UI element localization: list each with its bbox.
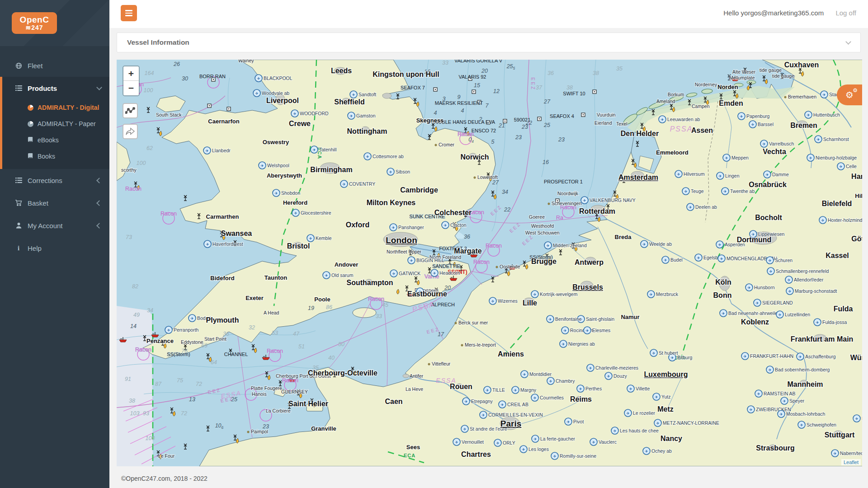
zoom-in-button[interactable]: +	[123, 66, 139, 81]
menu-toggle-button[interactable]	[121, 5, 137, 21]
svg-text:Cherbourg-Octeville: Cherbourg-Octeville	[308, 369, 377, 377]
svg-text:23: 23	[515, 134, 522, 141]
svg-text:Amiens: Amiens	[498, 350, 524, 358]
svg-text:19: 19	[308, 305, 314, 311]
svg-text:Wizernes: Wizernes	[498, 298, 518, 304]
svg-text:Old sarum: Old sarum	[331, 272, 354, 278]
svg-text:Bristol: Bristol	[287, 242, 310, 250]
svg-text:4: 4	[461, 108, 464, 114]
svg-text:Plymouth: Plymouth	[206, 316, 239, 324]
svg-text:87: 87	[155, 381, 162, 387]
sidebar-item-corrections[interactable]: Corrections	[0, 169, 109, 192]
svg-text:Hildesheim: Hildesheim	[855, 192, 862, 199]
svg-text:Liverpool: Liverpool	[266, 97, 299, 104]
svg-text:Hilversum: Hilversum	[684, 171, 705, 177]
svg-text:82: 82	[132, 283, 138, 290]
svg-text:50: 50	[338, 341, 344, 347]
sidebar-item-my-account[interactable]: My Account	[0, 214, 109, 237]
svg-text:Clacton: Clacton	[450, 222, 467, 228]
svg-text:Mellumplate: Mellumplate	[729, 75, 755, 80]
chevron-left-icon	[96, 200, 102, 206]
sidebar-item-help[interactable]: i Help	[0, 237, 109, 259]
svg-text:Reims: Reims	[570, 395, 592, 403]
svg-text:Berck sur mer: Berck sur mer	[458, 320, 488, 325]
svg-text:La Heve: La Heve	[406, 386, 423, 392]
svg-text:Yutz: Yutz	[661, 394, 670, 399]
svg-text:SWIFT 10: SWIFT 10	[563, 91, 585, 96]
svg-text:Caen: Caen	[385, 398, 402, 405]
svg-text:Cuxhaven: Cuxhaven	[784, 61, 819, 69]
app-window: OpenC ≋247 Fleet	[0, 0, 868, 488]
svg-text:Mosbach-lohrbach: Mosbach-lohrbach	[786, 411, 826, 417]
svg-text:tide gauge: tide gauge	[760, 67, 782, 73]
svg-text:91: 91	[125, 376, 131, 382]
svg-text:Racon: Racon	[160, 211, 177, 217]
svg-text:Schweighofen: Schweighofen	[807, 422, 836, 427]
sidebar-item-ebooks[interactable]: eBooks	[2, 132, 109, 148]
svg-text:Assen: Assen	[691, 127, 713, 134]
svg-text:CHANNEL: CHANNEL	[224, 352, 248, 357]
sidebar-subitem-label: Books	[38, 153, 55, 160]
svg-text:Bocholt: Bocholt	[755, 214, 782, 221]
svg-text:Elesmes: Elesmes	[592, 328, 610, 333]
svg-text:VALARIS 92: VALARIS 92	[459, 74, 486, 80]
track-line-button[interactable]	[123, 103, 138, 118]
svg-text:53: 53	[272, 330, 278, 336]
svg-text:Charleville-mezieres: Charleville-mezieres	[595, 365, 638, 371]
svg-text:Nancy: Nancy	[660, 435, 682, 442]
leaflet-attribution[interactable]: Leaflet	[841, 459, 861, 465]
svg-text:21: 21	[498, 122, 505, 129]
svg-text:Gamston: Gamston	[356, 113, 376, 118]
copyright-text: ©OpenC247.com, 2018 - 2022	[121, 475, 208, 482]
svg-text:Schmallenberg-rennefeld: Schmallenberg-rennefeld	[776, 268, 829, 274]
svg-text:Schuren: Schuren	[775, 258, 793, 263]
svg-text:Etrepagny: Etrepagny	[471, 399, 493, 404]
svg-text:Carmarthen: Carmarthen	[206, 213, 239, 220]
svg-text:Les hauts de chee: Les hauts de chee	[620, 428, 659, 433]
nautical-chart[interactable]: ✈	[117, 60, 862, 466]
svg-text:14: 14	[130, 323, 137, 329]
svg-text:La Corbiere: La Corbiere	[266, 408, 291, 413]
zoom-out-button[interactable]: −	[123, 81, 139, 95]
svg-text:SS(Storm): SS(Storm)	[167, 352, 190, 357]
svg-text:35: 35	[616, 66, 623, 72]
svg-text:36: 36	[464, 234, 470, 240]
svg-text:Kemble: Kemble	[316, 235, 332, 241]
svg-text:West Schouwen: West Schouwen	[525, 230, 560, 235]
svg-text:27: 27	[543, 99, 551, 105]
svg-text:Brugge: Brugge	[531, 258, 557, 265]
sidebar-item-admiralty-paper[interactable]: ADMIRALTY - Paper	[2, 116, 109, 132]
svg-text:Hoxter-holzminden: Hoxter-holzminden	[828, 217, 862, 223]
sidebar-item-products[interactable]: Products	[2, 77, 109, 99]
svg-text:4: 4	[434, 110, 437, 116]
map-settings-tab[interactable]: ⚙ ⚙	[837, 84, 862, 105]
svg-text:13: 13	[189, 396, 195, 403]
svg-text:7: 7	[486, 103, 489, 109]
svg-text:Vittefleur: Vittefleur	[432, 361, 451, 366]
sidebar-subitem-label: ADMIRALTY - Paper	[38, 120, 96, 127]
svg-text:86: 86	[326, 304, 332, 310]
svg-text:Papenburg: Papenburg	[746, 113, 770, 119]
svg-text:COVENTRY: COVENTRY	[349, 181, 375, 187]
svg-text:Göttingen: Göttingen	[851, 235, 862, 243]
svg-text:CREIL AB: CREIL AB	[507, 402, 528, 407]
openc247-logo[interactable]: OpenC ≋247	[12, 12, 57, 34]
sidebar-item-basket[interactable]: Basket	[0, 192, 109, 214]
svg-text:Le Four: Le Four	[158, 453, 175, 459]
sidebar-item-admiralty-digital[interactable]: ADMIRALTY - Digital	[2, 99, 109, 116]
map-container[interactable]: ✈	[117, 60, 862, 466]
svg-text:9: 9	[458, 94, 461, 100]
sidebar-item-fleet[interactable]: Fleet	[0, 54, 109, 77]
svg-text:Mannheim: Mannheim	[787, 380, 823, 388]
svg-text:25: 25	[543, 122, 550, 128]
svg-text:Eastbourne: Eastbourne	[407, 290, 447, 298]
log-off-link[interactable]: Log off	[835, 9, 856, 17]
vessel-information-panel[interactable]: Vessel Information	[117, 33, 861, 52]
svg-text:Bremerhaven: Bremerhaven	[788, 94, 816, 99]
share-button[interactable]	[123, 124, 138, 139]
svg-text:Metz: Metz	[657, 405, 674, 413]
svg-text:RAMSTEIN AB: RAMSTEIN AB	[764, 391, 796, 396]
sidebar-item-label: Fleet	[28, 62, 101, 70]
sidebar-item-books[interactable]: Books	[2, 148, 109, 164]
chevron-down-icon	[845, 39, 851, 45]
